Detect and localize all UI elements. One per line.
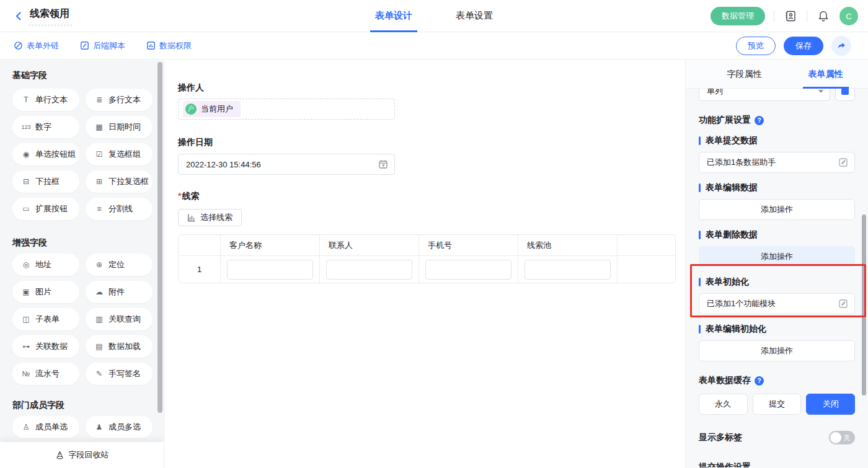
section-edit-data: 表单编辑数据 — [699, 182, 855, 193]
field-pill-dropdown-multi[interactable]: ⊞下拉复选框 — [86, 170, 153, 193]
cache-options: 永久 提交 关闭 — [699, 394, 855, 415]
address-book-icon[interactable] — [783, 9, 798, 24]
field-pill-dropdown[interactable]: ⊟下拉框 — [12, 170, 79, 193]
panel-scrollbar[interactable] — [862, 214, 866, 395]
field-pill-label: 关联查询 — [108, 314, 141, 325]
radio-group-icon: ◉ — [21, 150, 31, 159]
edit-data-add-button[interactable]: 添加操作 — [699, 199, 855, 220]
notification-bell-icon[interactable] — [816, 9, 831, 24]
signature-icon: ✎ — [94, 369, 104, 378]
share-button[interactable] — [831, 36, 851, 56]
enhanced-fields-list: ◎地址⊕定位▣图片☁附件◫子表单▥关联查询⊶关联数据▤数据加载№流水号✎手写签名 — [12, 254, 153, 385]
field-pill-address[interactable]: ◎地址 — [12, 254, 79, 276]
section-title-basic-fields: 基础字段 — [12, 70, 153, 81]
field-pill-checkbox-group[interactable]: ☑复选框组 — [86, 143, 153, 166]
form-init-value[interactable]: 已添加1个功能模块 — [699, 293, 855, 314]
date-field-input[interactable]: 2022-12-30 15:44:56 — [178, 154, 395, 175]
member-multi-icon: ♟ — [94, 423, 104, 431]
field-pill-datetime[interactable]: ▦日期时间 — [86, 116, 153, 138]
field-pill-linked-data[interactable]: ⊶关联数据 — [12, 335, 79, 358]
edit-init-add-button[interactable]: 添加操作 — [699, 340, 855, 361]
multi-tab-label: 显示多标签 — [699, 432, 742, 443]
cell-input[interactable] — [525, 260, 611, 280]
field-palette-sidebar: 基础字段 T单行文本≣多行文本123数字▦日期时间◉单选按钮组☑复选框组⊟下拉框… — [0, 60, 164, 468]
field-pill-label: 单选按钮组 — [35, 149, 76, 160]
field-pill-data-load[interactable]: ▤数据加载 — [86, 335, 153, 358]
cache-option-close[interactable]: 关闭 — [806, 394, 855, 415]
field-pill-linked-query[interactable]: ▥关联查询 — [86, 308, 153, 330]
help-icon[interactable]: ? — [755, 376, 764, 386]
preview-button[interactable]: 预览 — [736, 37, 776, 55]
tab-form-settings[interactable]: 表单设置 — [451, 0, 498, 32]
column-layout-value: 单列 — [707, 89, 723, 97]
divider — [774, 11, 774, 22]
field-pill-label: 单行文本 — [35, 94, 68, 105]
field-pill-attachment[interactable]: ☁附件 — [86, 281, 153, 303]
field-pill-label: 地址 — [35, 259, 51, 270]
field-pill-location[interactable]: ⊕定位 — [86, 254, 153, 276]
section-delete-data: 表单删除数据 — [699, 229, 855, 241]
field-pill-single-line-text[interactable]: T单行文本 — [12, 89, 79, 111]
field-pill-divider-line[interactable]: ≡分割线 — [86, 198, 153, 220]
share-arrow-icon — [836, 41, 846, 51]
field-pill-label: 多行文本 — [108, 94, 141, 105]
avatar[interactable]: C — [839, 7, 858, 25]
data-cache-heading: 表单数据缓存 ? — [699, 375, 855, 386]
sidebar-content: 基础字段 T单行文本≣多行文本123数字▦日期时间◉单选按钮组☑复选框组⊟下拉框… — [0, 60, 164, 466]
layout-icon — [841, 89, 849, 95]
field-pill-signature[interactable]: ✎手写签名 — [86, 363, 153, 385]
cache-option-submit[interactable]: 提交 — [753, 394, 802, 415]
field-pill-serial-number[interactable]: №流水号 — [12, 363, 79, 385]
row-index-cell: 1 — [179, 256, 221, 283]
field-pill-number[interactable]: 123数字 — [12, 116, 79, 138]
leads-table-row: 1 — [179, 256, 675, 283]
field-pill-radio-group[interactable]: ◉单选按钮组 — [12, 143, 79, 166]
page-title[interactable]: 线索领用 — [29, 6, 72, 25]
current-user-tag[interactable]: 户 当前用户 — [183, 101, 241, 117]
data-manage-button[interactable]: 数据管理 — [711, 7, 765, 25]
data-permission-item[interactable]: 数据权限 — [146, 40, 192, 51]
help-icon[interactable]: ? — [755, 116, 764, 125]
field-pill-member-multi[interactable]: ♟成员多选 — [86, 416, 153, 438]
back-icon[interactable] — [12, 10, 25, 22]
external-link-item[interactable]: 表单外链 — [14, 40, 59, 51]
dropdown-icon: ⊟ — [21, 177, 31, 186]
toolbar-actions: 预览 保存 — [736, 36, 851, 56]
member-fields-list: ♙成员单选♟成员多选 — [12, 416, 153, 438]
section-accent-bar — [699, 325, 701, 333]
cell-input[interactable] — [326, 260, 412, 280]
cell-input[interactable] — [227, 260, 313, 280]
toolbar-link-label: 后端脚本 — [93, 40, 125, 51]
field-pill-label: 成员单选 — [35, 422, 68, 433]
select-leads-button[interactable]: 选择线索 — [178, 209, 242, 226]
tab-form-properties[interactable]: 表单属性 — [803, 60, 849, 89]
save-button[interactable]: 保存 — [784, 37, 823, 55]
cache-option-forever[interactable]: 永久 — [699, 394, 748, 415]
field-pill-image[interactable]: ▣图片 — [12, 281, 79, 303]
field-pill-multi-line-text[interactable]: ≣多行文本 — [86, 89, 153, 111]
tab-form-design[interactable]: 表单设计 — [370, 0, 417, 32]
sidebar-scrollbar[interactable] — [157, 62, 162, 413]
submit-data-value[interactable]: 已添加1条数据助手 — [699, 152, 855, 173]
multi-tab-toggle[interactable]: 关 — [829, 431, 855, 444]
tab-field-properties[interactable]: 字段属性 — [722, 60, 768, 89]
multi-line-text-icon: ≣ — [94, 95, 104, 104]
link-icon — [14, 41, 23, 50]
operator-field[interactable]: 户 当前用户 — [178, 99, 395, 120]
recycle-icon — [55, 451, 64, 460]
layout-icon-button[interactable] — [835, 89, 855, 101]
field-pill-extend-button[interactable]: ▭扩展按钮 — [12, 198, 79, 220]
column-layout-select[interactable]: 单列 — [699, 89, 830, 101]
field-pill-subform[interactable]: ◫子表单 — [12, 308, 79, 330]
section-submit-data: 表单提交数据 — [699, 135, 855, 146]
field-pill-label: 定位 — [108, 259, 125, 270]
leads-field-label: *线索 — [178, 191, 685, 202]
field-pill-member-single[interactable]: ♙成员单选 — [12, 416, 79, 438]
field-recycle-bin[interactable]: 字段回收站 — [0, 442, 164, 468]
backend-script-item[interactable]: 后端脚本 — [80, 40, 125, 51]
attachment-icon: ☁ — [94, 288, 104, 296]
cell-input[interactable] — [425, 260, 512, 280]
column-header: 线索池 — [518, 235, 618, 256]
delete-data-add-button[interactable]: 添加操作 — [699, 246, 855, 267]
single-line-text-icon: T — [21, 95, 31, 104]
